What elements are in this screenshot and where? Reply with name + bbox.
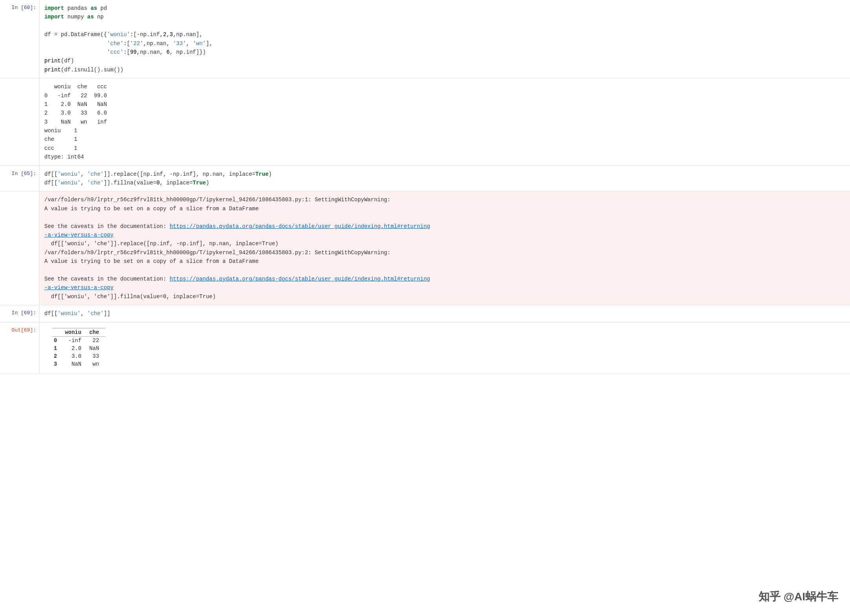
- table-header-woniu: woniu: [63, 328, 88, 336]
- table-header-index: [52, 328, 63, 336]
- notebook: In [60]: import pandas as pd import nump…: [0, 0, 850, 374]
- cell-65-code: df[['woniu', 'che']].replace([np.inf, -n…: [44, 170, 845, 188]
- cell-65-err-label: [0, 191, 39, 305]
- cell-69-output: Out[69]: woniu che 0 -inf 22: [0, 323, 850, 374]
- table-cell-che: 22: [88, 336, 105, 344]
- cell-60-out-text: woniu che ccc 0 -inf 22 99.0 1 2.0 NaN N…: [44, 82, 845, 162]
- table-cell-idx: 0: [52, 336, 63, 344]
- cell-65-content[interactable]: df[['woniu', 'che']].replace([np.inf, -n…: [39, 166, 850, 191]
- cell-69-code: df[['woniu', 'che']]: [44, 309, 845, 318]
- cell-69-input: In [69]: df[['woniu', 'che']]: [0, 305, 850, 322]
- table-row: 2 3.0 33: [52, 352, 106, 360]
- dataframe-table: woniu che 0 -inf 22 1 2.0 NaN: [52, 328, 106, 368]
- table-row: 1 2.0 NaN: [52, 344, 106, 352]
- table-row: 3 NaN wn: [52, 360, 106, 368]
- table-header-che: che: [88, 328, 105, 336]
- cell-69-content[interactable]: df[['woniu', 'che']]: [39, 305, 850, 322]
- table-cell-che: 33: [88, 352, 105, 360]
- cell-60-out-label: [0, 78, 39, 166]
- table-cell-che: NaN: [88, 344, 105, 352]
- cell-65-err-text: /var/folders/h9/lrptr_r56cz9frvl81tk_hh0…: [44, 195, 845, 301]
- cell-60-input: In [60]: import pandas as pd import nump…: [0, 0, 850, 78]
- cell-69-out-content: woniu che 0 -inf 22 1 2.0 NaN: [39, 323, 850, 374]
- table-cell-idx: 1: [52, 344, 63, 352]
- cell-65-err-content: /var/folders/h9/lrptr_r56cz9frvl81tk_hh0…: [39, 191, 850, 305]
- cell-60-out-content: woniu che ccc 0 -inf 22 99.0 1 2.0 NaN N…: [39, 78, 850, 166]
- cell-60-output: woniu che ccc 0 -inf 22 99.0 1 2.0 NaN N…: [0, 78, 850, 166]
- table-cell-woniu: NaN: [63, 360, 88, 368]
- cell-65-input: In [65]: df[['woniu', 'che']].replace([n…: [0, 166, 850, 192]
- table-row: 0 -inf 22: [52, 336, 106, 344]
- cell-60-code: import pandas as pd import numpy as np d…: [44, 4, 845, 74]
- cell-60-content[interactable]: import pandas as pd import numpy as np d…: [39, 0, 850, 78]
- table-cell-idx: 3: [52, 360, 63, 368]
- cell-69-out-label: Out[69]:: [0, 323, 39, 374]
- cell-69-label: In [69]:: [0, 305, 39, 322]
- cell-60-label: In [60]:: [0, 0, 39, 78]
- table-cell-idx: 2: [52, 352, 63, 360]
- cell-65-error: /var/folders/h9/lrptr_r56cz9frvl81tk_hh0…: [0, 191, 850, 305]
- table-cell-che: wn: [88, 360, 105, 368]
- table-cell-woniu: 3.0: [63, 352, 88, 360]
- table-cell-woniu: -inf: [63, 336, 88, 344]
- cell-65-label: In [65]:: [0, 166, 39, 191]
- table-cell-woniu: 2.0: [63, 344, 88, 352]
